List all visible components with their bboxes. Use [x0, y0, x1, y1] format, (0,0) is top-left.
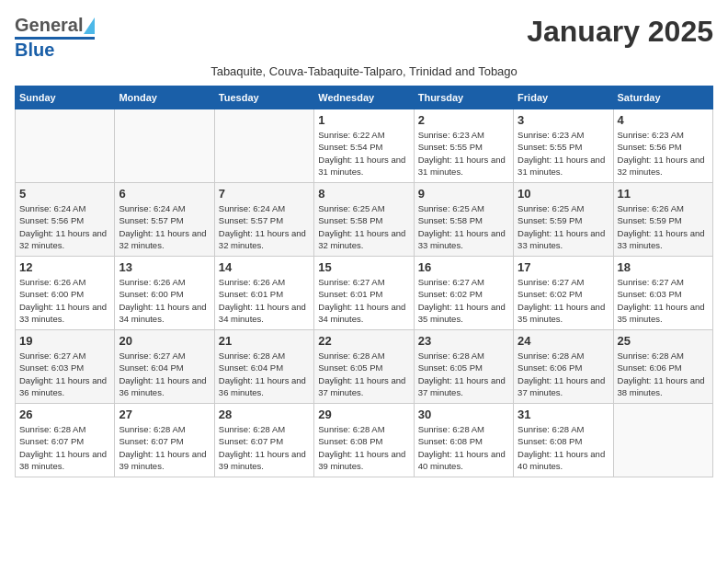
day-number: 6 [119, 187, 210, 201]
day-info: Sunrise: 6:26 AMSunset: 5:59 PMDaylight:… [618, 202, 709, 251]
calendar-cell: 19Sunrise: 6:27 AMSunset: 6:03 PMDayligh… [16, 330, 115, 404]
day-info: Sunrise: 6:28 AMSunset: 6:08 PMDaylight:… [318, 423, 409, 472]
day-number: 13 [119, 260, 210, 274]
day-number: 29 [318, 408, 409, 421]
calendar-cell: 8Sunrise: 6:25 AMSunset: 5:58 PMDaylight… [314, 183, 414, 257]
calendar-cell: 31Sunrise: 6:28 AMSunset: 6:08 PMDayligh… [514, 404, 613, 477]
calendar-cell: 10Sunrise: 6:25 AMSunset: 5:59 PMDayligh… [514, 183, 613, 257]
day-info: Sunrise: 6:24 AMSunset: 5:56 PMDaylight:… [19, 202, 110, 251]
calendar-cell [214, 109, 313, 183]
calendar-cell: 29Sunrise: 6:28 AMSunset: 6:08 PMDayligh… [314, 404, 414, 477]
day-info: Sunrise: 6:26 AMSunset: 6:01 PMDaylight:… [219, 276, 310, 325]
header-day-monday: Monday [115, 86, 214, 109]
calendar-cell: 25Sunrise: 6:28 AMSunset: 6:06 PMDayligh… [613, 330, 712, 404]
logo-blue-text: Blue [15, 40, 54, 60]
day-info: Sunrise: 6:25 AMSunset: 5:59 PMDaylight:… [518, 202, 609, 251]
day-info: Sunrise: 6:28 AMSunset: 6:07 PMDaylight:… [119, 423, 210, 472]
calendar-cell: 30Sunrise: 6:28 AMSunset: 6:08 PMDayligh… [414, 404, 513, 477]
logo-general-text: General [15, 15, 83, 36]
day-number: 5 [19, 187, 110, 201]
day-number: 1 [318, 113, 409, 127]
calendar-cell: 15Sunrise: 6:27 AMSunset: 6:01 PMDayligh… [314, 257, 414, 330]
day-number: 21 [219, 334, 310, 348]
day-info: Sunrise: 6:28 AMSunset: 6:05 PMDaylight:… [418, 350, 509, 398]
calendar-cell: 20Sunrise: 6:27 AMSunset: 6:04 PMDayligh… [115, 330, 214, 404]
day-info: Sunrise: 6:28 AMSunset: 6:04 PMDaylight:… [219, 350, 310, 398]
calendar-cell [115, 109, 214, 183]
day-number: 24 [518, 334, 609, 348]
calendar-cell [613, 404, 712, 477]
day-info: Sunrise: 6:23 AMSunset: 5:55 PMDaylight:… [418, 129, 509, 178]
day-number: 23 [418, 334, 509, 348]
calendar-cell: 16Sunrise: 6:27 AMSunset: 6:02 PMDayligh… [414, 257, 513, 330]
day-number: 14 [219, 260, 310, 274]
calendar-cell: 9Sunrise: 6:25 AMSunset: 5:58 PMDaylight… [414, 183, 513, 257]
day-number: 8 [318, 187, 409, 201]
calendar-cell: 5Sunrise: 6:24 AMSunset: 5:56 PMDaylight… [16, 183, 115, 257]
day-info: Sunrise: 6:24 AMSunset: 5:57 PMDaylight:… [219, 202, 310, 251]
days-header-row: SundayMondayTuesdayWednesdayThursdayFrid… [16, 86, 713, 109]
day-info: Sunrise: 6:28 AMSunset: 6:07 PMDaylight:… [19, 423, 110, 472]
calendar-cell: 14Sunrise: 6:26 AMSunset: 6:01 PMDayligh… [214, 257, 313, 330]
day-info: Sunrise: 6:27 AMSunset: 6:03 PMDaylight:… [19, 350, 110, 398]
day-number: 7 [219, 187, 310, 201]
day-info: Sunrise: 6:27 AMSunset: 6:01 PMDaylight:… [318, 276, 409, 325]
day-number: 25 [618, 334, 709, 348]
day-info: Sunrise: 6:27 AMSunset: 6:02 PMDaylight:… [518, 276, 609, 325]
day-info: Sunrise: 6:25 AMSunset: 5:58 PMDaylight:… [418, 202, 509, 251]
day-number: 16 [418, 260, 509, 274]
day-info: Sunrise: 6:22 AMSunset: 5:54 PMDaylight:… [318, 129, 409, 178]
week-row-4: 19Sunrise: 6:27 AMSunset: 6:03 PMDayligh… [16, 330, 713, 404]
calendar-cell [16, 109, 115, 183]
day-number: 22 [318, 334, 409, 348]
day-info: Sunrise: 6:24 AMSunset: 5:57 PMDaylight:… [119, 202, 210, 251]
day-number: 15 [318, 260, 409, 274]
day-number: 28 [219, 408, 310, 421]
month-title: January 2025 [527, 15, 713, 49]
logo-triangle-icon [84, 17, 95, 34]
calendar-cell: 26Sunrise: 6:28 AMSunset: 6:07 PMDayligh… [16, 404, 115, 477]
calendar-cell: 1Sunrise: 6:22 AMSunset: 5:54 PMDaylight… [314, 109, 414, 183]
day-number: 17 [518, 260, 609, 274]
day-info: Sunrise: 6:23 AMSunset: 5:56 PMDaylight:… [618, 129, 709, 178]
week-row-1: 1Sunrise: 6:22 AMSunset: 5:54 PMDaylight… [16, 109, 713, 183]
day-number: 2 [418, 113, 509, 127]
calendar-cell: 11Sunrise: 6:26 AMSunset: 5:59 PMDayligh… [613, 183, 712, 257]
calendar-cell: 17Sunrise: 6:27 AMSunset: 6:02 PMDayligh… [514, 257, 613, 330]
week-row-2: 5Sunrise: 6:24 AMSunset: 5:56 PMDaylight… [16, 183, 713, 257]
calendar-cell: 28Sunrise: 6:28 AMSunset: 6:07 PMDayligh… [214, 404, 313, 477]
day-info: Sunrise: 6:28 AMSunset: 6:08 PMDaylight:… [418, 423, 509, 472]
day-info: Sunrise: 6:27 AMSunset: 6:03 PMDaylight:… [618, 276, 709, 325]
header-day-tuesday: Tuesday [214, 86, 313, 109]
calendar-cell: 23Sunrise: 6:28 AMSunset: 6:05 PMDayligh… [414, 330, 513, 404]
calendar-cell: 22Sunrise: 6:28 AMSunset: 6:05 PMDayligh… [314, 330, 414, 404]
day-number: 11 [618, 187, 709, 201]
calendar-table: SundayMondayTuesdayWednesdayThursdayFrid… [15, 86, 713, 477]
calendar-cell: 2Sunrise: 6:23 AMSunset: 5:55 PMDaylight… [414, 109, 513, 183]
calendar-cell: 24Sunrise: 6:28 AMSunset: 6:06 PMDayligh… [514, 330, 613, 404]
day-number: 31 [518, 408, 609, 421]
day-number: 30 [418, 408, 509, 421]
day-info: Sunrise: 6:28 AMSunset: 6:06 PMDaylight:… [618, 350, 709, 398]
day-number: 19 [19, 334, 110, 348]
day-number: 12 [19, 260, 110, 274]
header-day-friday: Friday [514, 86, 613, 109]
day-number: 20 [119, 334, 210, 348]
header-day-saturday: Saturday [613, 86, 712, 109]
page-header: General Blue January 2025 [15, 15, 713, 61]
header-day-wednesday: Wednesday [314, 86, 414, 109]
day-info: Sunrise: 6:28 AMSunset: 6:06 PMDaylight:… [518, 350, 609, 398]
day-info: Sunrise: 6:25 AMSunset: 5:58 PMDaylight:… [318, 202, 409, 251]
week-row-3: 12Sunrise: 6:26 AMSunset: 6:00 PMDayligh… [16, 257, 713, 330]
header-day-sunday: Sunday [16, 86, 115, 109]
day-info: Sunrise: 6:28 AMSunset: 6:07 PMDaylight:… [219, 423, 310, 472]
day-info: Sunrise: 6:23 AMSunset: 5:55 PMDaylight:… [518, 129, 609, 178]
day-number: 3 [518, 113, 609, 127]
logo: General Blue [15, 15, 95, 61]
calendar-cell: 3Sunrise: 6:23 AMSunset: 5:55 PMDaylight… [514, 109, 613, 183]
calendar-cell: 18Sunrise: 6:27 AMSunset: 6:03 PMDayligh… [613, 257, 712, 330]
header-day-thursday: Thursday [414, 86, 513, 109]
day-info: Sunrise: 6:28 AMSunset: 6:08 PMDaylight:… [518, 423, 609, 472]
day-info: Sunrise: 6:27 AMSunset: 6:04 PMDaylight:… [119, 350, 210, 398]
day-number: 27 [119, 408, 210, 421]
